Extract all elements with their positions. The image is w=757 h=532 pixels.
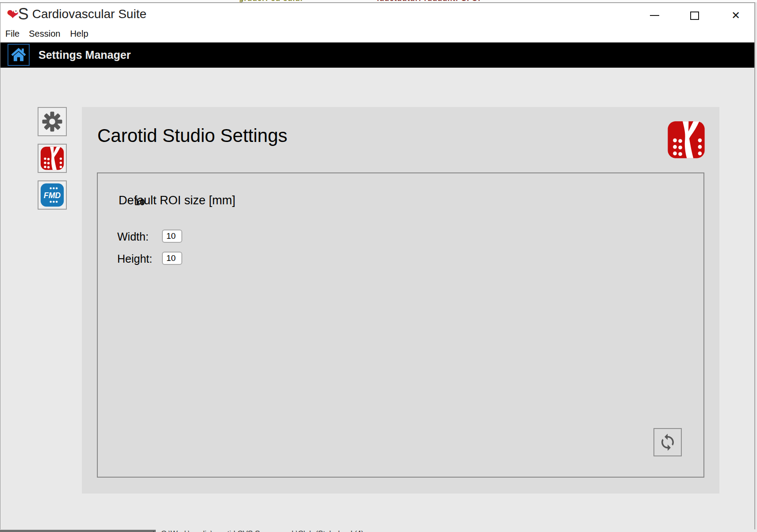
sidebar-button-general-settings[interactable] xyxy=(38,107,67,136)
carotid-artery-icon xyxy=(40,146,64,170)
minimize-button[interactable] xyxy=(644,8,665,23)
menu-item-session[interactable]: Session xyxy=(29,27,60,41)
refresh-icon xyxy=(658,433,677,452)
app-header: Settings Manager xyxy=(0,42,754,68)
carotid-artery-icon-large xyxy=(667,121,705,161)
menu-bar: File Session Help xyxy=(0,25,754,42)
height-label: Height: xyxy=(117,253,152,264)
width-input[interactable] xyxy=(162,230,182,243)
width-label: Width: xyxy=(117,231,149,242)
heart-logo-icon: ❤ xyxy=(7,7,19,22)
panel-title: Carotid Studio Settings xyxy=(97,126,288,145)
height-input[interactable] xyxy=(162,252,182,265)
fmd-icon-label: FMD xyxy=(44,191,61,200)
page-title: Settings Manager xyxy=(38,42,131,68)
menu-item-file[interactable]: File xyxy=(5,27,19,41)
window-title: Cardiovascular Suite xyxy=(32,8,146,20)
carotid-settings-panel: Carotid Studio Settings Default ROI size… xyxy=(82,107,719,494)
logo-letter: S xyxy=(18,6,29,22)
maximize-icon xyxy=(690,11,699,20)
background-clipped-text: t.: C:\Work\cardio\carotid CVS Suonograp… xyxy=(153,529,364,532)
close-button[interactable]: ✕ xyxy=(726,8,746,23)
home-button[interactable] xyxy=(8,44,30,66)
roi-groupbox: Default ROI size [mm] 10 Width: Height: xyxy=(97,172,704,478)
title-bar: ❤ S Cardiovascular Suite ✕ xyxy=(0,3,754,25)
overlapping-value-glitch: 10 xyxy=(134,197,145,207)
sidebar-button-fmd-settings[interactable]: FMD xyxy=(38,180,67,210)
menu-item-help[interactable]: Help xyxy=(70,27,88,41)
background-window-edge xyxy=(0,530,156,532)
reset-defaults-button[interactable] xyxy=(653,428,682,456)
close-icon: ✕ xyxy=(731,10,740,21)
home-icon xyxy=(10,46,27,63)
fmd-icon: FMD xyxy=(40,183,64,207)
minimize-icon xyxy=(650,15,659,16)
app-logo: ❤ S Cardiovascular Suite xyxy=(7,5,146,23)
background-bottom-sliver: t.: C:\Work\cardio\carotid CVS Suonograp… xyxy=(0,529,757,532)
sidebar-button-carotid-settings[interactable] xyxy=(38,144,67,173)
gear-icon xyxy=(42,111,63,132)
maximize-button[interactable] xyxy=(684,8,705,23)
